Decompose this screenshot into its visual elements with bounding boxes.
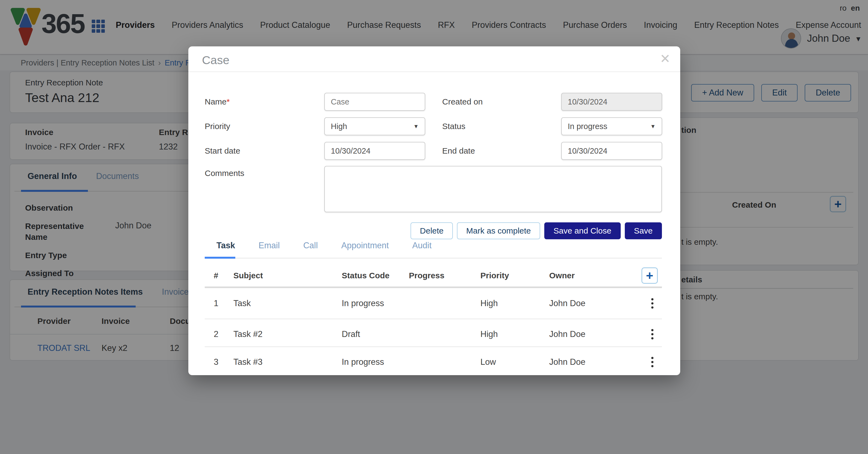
col-num: # [214,271,234,280]
tab-appointment[interactable]: Appointment [341,241,389,251]
row-status: In progress [342,298,409,308]
col-status-code: Status Code [342,271,409,280]
row-priority: High [480,298,549,308]
mark-as-complete-button[interactable]: Mark as complete [457,222,540,239]
status-label: Status [442,122,561,131]
status-select[interactable]: In progress ▼ [561,117,662,135]
row-subject: Task #2 [234,329,342,339]
close-icon[interactable]: ✕ [657,50,673,68]
delete-case-button[interactable]: Delete [410,222,453,239]
row-status: Draft [342,329,409,339]
col-subject: Subject [234,271,342,280]
row-menu-icon[interactable] [650,297,655,310]
priority-label: Priority [205,122,324,131]
row-num: 2 [214,329,234,339]
end-date-label: End date [442,146,561,156]
status-selected-value: In progress [568,122,607,131]
row-priority: High [480,329,549,339]
row-owner: John Doe [549,298,639,308]
caret-down-icon: ▼ [413,123,419,130]
row-owner: John Doe [549,329,639,339]
created-on-label: Created on [442,97,561,106]
end-date-field[interactable] [561,142,662,160]
row-menu-icon[interactable] [650,355,655,369]
tab-call[interactable]: Call [303,241,318,251]
tab-task[interactable]: Task [216,241,235,251]
start-date-label: Start date [205,146,324,156]
plus-icon: + [646,269,653,282]
caret-down-icon: ▼ [650,123,656,130]
row-menu-icon[interactable] [650,327,655,341]
required-asterisk: * [226,97,230,106]
col-owner: Owner [549,271,639,280]
case-dialog: Case ✕ Name* Created on Priority High ▼ … [188,46,680,375]
comments-label: Comments [205,169,244,178]
application-window: 365 Providers Providers Analytics Produc… [0,0,868,454]
name-label: Name* [205,97,324,106]
tab-email[interactable]: Email [258,241,280,251]
row-owner: John Doe [549,357,639,367]
dialog-title: Case [202,54,229,67]
comments-field[interactable] [324,166,662,212]
save-and-close-button[interactable]: Save and Close [544,222,621,239]
priority-selected-value: High [331,122,347,131]
task-row: 3 Task #3 In progress Low John Doe [188,348,678,376]
tab-audit[interactable]: Audit [412,241,432,251]
activity-tabs: Task Email Call Appointment Audit [205,241,662,251]
start-date-field[interactable] [324,142,425,160]
task-table-header: # Subject Status Code Progress Priority … [188,265,678,287]
name-field[interactable] [324,93,425,111]
row-priority: Low [480,357,549,367]
priority-select[interactable]: High ▼ [324,117,425,135]
case-form: Name* Created on Priority High ▼ Status … [205,93,662,160]
task-row: 1 Task In progress High John Doe [188,288,678,319]
add-task-button[interactable]: + [642,267,658,284]
col-priority: Priority [480,271,549,280]
row-num: 3 [214,357,234,367]
dialog-actions: Delete Mark as complete Save and Close S… [410,222,662,239]
row-status: In progress [342,357,409,367]
col-progress: Progress [409,271,480,280]
save-button[interactable]: Save [625,222,662,239]
row-subject: Task #3 [234,357,342,367]
created-on-field [561,93,662,111]
row-subject: Task [234,298,342,308]
task-row: 2 Task #2 Draft High John Doe [188,320,678,348]
row-num: 1 [214,298,234,308]
